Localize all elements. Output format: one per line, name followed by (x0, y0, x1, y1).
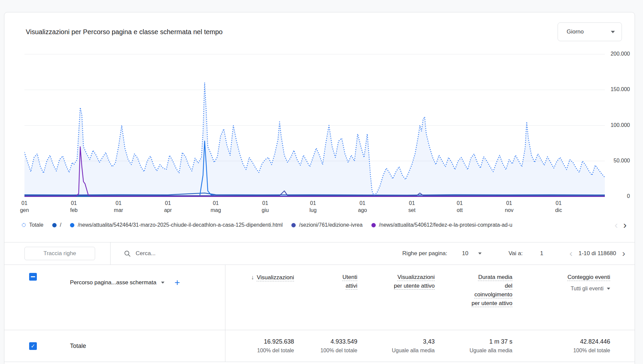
chevron-down-icon (611, 31, 615, 33)
metric-value: 1 m 37 s (435, 338, 512, 345)
table-header-row: Percorso pagina...asse schermata + ↓Visu… (4, 265, 635, 330)
metric-header-filter[interactable]: Tutti gli eventi (512, 284, 610, 293)
metric-value-sub: 100% del totale (294, 348, 357, 354)
add-dimension-icon[interactable]: + (174, 278, 180, 287)
metric-value: 16.925.638 (225, 338, 294, 345)
traccia-righe-button[interactable]: Traccia righe (24, 247, 95, 260)
interval-dropdown[interactable]: Giorno (558, 22, 622, 41)
legend-nav: ‹ › (615, 220, 627, 230)
legend-item[interactable]: / (52, 222, 61, 228)
x-tick-label: 01feb (70, 200, 77, 214)
x-tick-label: 01giu (262, 200, 269, 214)
y-tick-label: 200.000 (611, 51, 630, 57)
report-card: Visualizzazioni per Percorso pagina e cl… (4, 12, 635, 364)
x-tick-label: 01mag (211, 200, 221, 214)
metric-header-label: Visualizzazioni per utente attivo (392, 273, 435, 290)
select-all-checkbox[interactable] (29, 273, 37, 281)
legend-label: Totale (29, 222, 44, 228)
x-tick-label: 01apr (164, 200, 172, 214)
x-tick-label: 01ott (457, 200, 463, 214)
x-tick-label: 01mar (114, 200, 123, 214)
metric-value: 3,43 (357, 338, 435, 345)
legend-item[interactable]: /news/attualita/542464/31-marzo-2025-chi… (70, 222, 283, 228)
metric-column-header[interactable]: Durata media del coinvolgimento per uten… (435, 265, 512, 330)
next-page-icon[interactable]: › (622, 249, 625, 258)
card-header: Visualizzazioni per Percorso pagina e cl… (4, 12, 635, 42)
rows-per-page-label: Righe per pagina: (402, 250, 447, 257)
y-tick-label: 50.000 (614, 158, 630, 164)
chevron-down-icon (478, 252, 482, 254)
x-tick-label: 01set (408, 200, 415, 214)
sort-desc-icon: ↓ (251, 274, 254, 281)
legend-item[interactable]: /news/attualita/540612/fedez-e-la-protes… (371, 222, 512, 228)
legend-prev-icon[interactable]: ‹ (615, 220, 618, 230)
metric-column-header[interactable]: ↓Visualizzazioni (225, 265, 294, 330)
search-icon (124, 250, 131, 257)
metric-value-sub: Uguale alla media (435, 348, 512, 354)
legend-label: /news/attualita/542464/31-marzo-2025-chi… (78, 222, 283, 228)
legend-next-icon[interactable]: › (623, 220, 627, 230)
interval-label: Giorno (567, 28, 584, 35)
series-dot-icon (70, 223, 74, 227)
legend-item[interactable]: /sezioni/761/edizione-ivrea (291, 222, 362, 228)
search-input[interactable] (136, 250, 223, 257)
x-tick-label: 01gen (20, 200, 29, 214)
dimension-column-header[interactable]: Percorso pagina...asse schermata (70, 279, 156, 286)
legend-label: / (60, 222, 61, 228)
series-dot-icon (52, 223, 57, 227)
goto-page-input[interactable]: 1 (540, 250, 543, 257)
x-axis-labels: 01gen01feb01mar01apr01mag01giu01lug01ago… (24, 200, 605, 216)
metric-value-cell: 4.933.549100% del totale (294, 338, 357, 354)
pagination-range: 1-10 di 118680 (579, 250, 616, 257)
indeterminate-icon (31, 276, 35, 277)
metric-value-cell: 16.925.638100% del totale (225, 338, 294, 354)
metric-column-header[interactable]: Utenti attivi (294, 265, 357, 330)
y-tick-label: 150.000 (611, 86, 630, 92)
series-dot-icon (291, 223, 296, 227)
chart-legend: Totale//news/attualita/542464/31-marzo-2… (22, 218, 627, 232)
metric-values: 16.925.638100% del totale4.933.549100% d… (225, 330, 610, 362)
goto-page-label: Vai a: (508, 250, 522, 257)
metric-value: 42.824.446 (512, 338, 610, 345)
x-tick-label: 01lug (309, 200, 316, 214)
legend-label: /sezioni/761/edizione-ivrea (299, 222, 362, 228)
legend-label: /news/attualita/540612/fedez-e-la-protes… (379, 222, 512, 228)
dotted-series-icon (22, 223, 26, 227)
metric-header-label: Durata media del coinvolgimento per uten… (472, 273, 512, 308)
metric-value-sub: Uguale alla media (357, 348, 435, 354)
chevron-down-icon[interactable] (161, 282, 164, 284)
y-axis-labels: 050.000100.000150.000200.000 (600, 54, 630, 196)
metric-header-label: Conteggio eventi (567, 273, 610, 282)
chart-canvas (24, 54, 605, 197)
page-title: Visualizzazioni per Percorso pagina e cl… (26, 22, 223, 41)
metric-value: 4.933.549 (294, 338, 357, 345)
rows-per-page-value: 10 (462, 250, 469, 257)
page: Visualizzazioni per Percorso pagina e cl… (0, 0, 643, 364)
legend-item[interactable]: Totale (22, 222, 44, 228)
x-tick-label: 01nov (505, 200, 513, 214)
metric-value-cell: 3,43Uguale alla media (357, 338, 435, 354)
table-row-total: ✓ Totale 16.925.638100% del totale4.933.… (4, 330, 635, 362)
metric-headers: ↓VisualizzazioniUtenti attiviVisualizzaz… (225, 265, 610, 330)
metric-column-header[interactable]: Conteggio eventiTutti gli eventi (512, 265, 610, 330)
x-tick-label: 01ago (358, 200, 367, 214)
search-box (124, 250, 223, 257)
metric-column-header[interactable]: Visualizzazioni per utente attivo (357, 265, 435, 330)
metric-value-cell: 1 m 37 sUguale alla media (435, 338, 512, 354)
timeseries-chart: 050.000100.000150.000200.000 01gen01feb0… (4, 42, 635, 242)
metric-value-sub: 100% del totale (512, 348, 610, 354)
y-tick-label: 0 (627, 193, 630, 199)
pagination: Righe per pagina: 10 Vai a: 1 ‹ 1-10 di … (402, 249, 625, 258)
series-dot-icon (371, 223, 376, 227)
y-tick-label: 100.000 (611, 122, 630, 128)
x-tick-label: 01dic (555, 200, 562, 214)
metric-header-label: Visualizzazioni (257, 273, 294, 282)
toolbar-divider (110, 242, 111, 265)
metric-value-cell: 42.824.446100% del totale (512, 338, 610, 354)
prev-page-icon[interactable]: ‹ (569, 249, 572, 258)
rows-per-page-select[interactable]: 10 (462, 250, 482, 257)
total-row-checkbox[interactable]: ✓ (29, 342, 37, 350)
metric-header-label: Utenti attivi (333, 273, 357, 290)
table-toolbar: Traccia righe Righe per pagina: 10 Vai a… (4, 242, 635, 265)
total-row-label: Totale (70, 343, 86, 349)
